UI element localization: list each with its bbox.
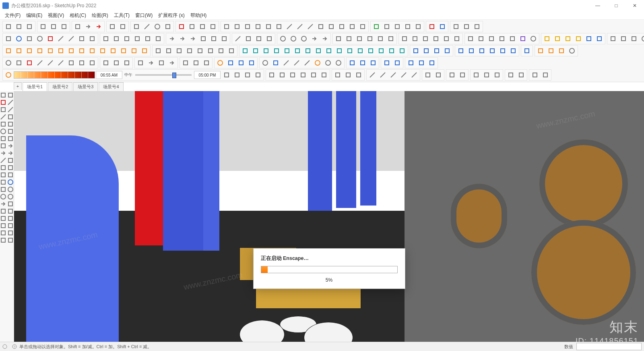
cloud-b-icon[interactable] xyxy=(466,46,476,56)
tool-pan-icon[interactable] xyxy=(0,186,6,193)
vray-h-icon[interactable] xyxy=(314,46,323,56)
tool-sandbox-f-icon[interactable] xyxy=(7,230,14,236)
ext-b-icon[interactable] xyxy=(392,22,402,31)
shadow-month-slider[interactable] xyxy=(14,71,95,79)
person-icon[interactable] xyxy=(260,58,270,68)
arc-b-icon[interactable] xyxy=(295,22,305,31)
gear-r-icon[interactable] xyxy=(567,46,577,56)
rect-t-icon[interactable] xyxy=(66,58,76,68)
dome-icon[interactable] xyxy=(323,58,333,68)
tool-ext-2-icon[interactable] xyxy=(7,237,14,243)
undo-icon[interactable] xyxy=(83,22,93,31)
vr-logo-icon[interactable] xyxy=(522,46,532,56)
cone-icon[interactable] xyxy=(326,22,336,31)
front-icon[interactable] xyxy=(355,34,364,44)
grid-a-icon[interactable] xyxy=(406,58,416,68)
component-red-icon[interactable] xyxy=(177,22,186,31)
right-icon[interactable] xyxy=(365,34,375,44)
view-c-icon[interactable] xyxy=(243,70,252,80)
minimize-button[interactable]: — xyxy=(588,0,607,11)
view-d-icon[interactable] xyxy=(253,70,263,80)
comp-a-icon[interactable] xyxy=(132,34,142,44)
move-t-icon[interactable] xyxy=(146,58,156,68)
label-t-icon[interactable] xyxy=(101,58,111,68)
shadow-time-start[interactable]: 06:55 AM xyxy=(96,71,122,79)
tool-arc2-icon[interactable] xyxy=(0,114,6,120)
blue-a-icon[interactable] xyxy=(584,34,594,44)
iso-icon[interactable] xyxy=(334,34,343,44)
circle-icon[interactable] xyxy=(153,22,162,31)
hide-a-icon[interactable] xyxy=(423,70,433,80)
panel-a-icon[interactable] xyxy=(411,46,421,56)
cloud-t-icon[interactable] xyxy=(427,58,437,68)
shape-e-icon[interactable] xyxy=(274,22,284,31)
cut-icon[interactable] xyxy=(38,22,48,31)
hide-b-icon[interactable] xyxy=(433,70,443,80)
tool-freehand-icon[interactable] xyxy=(0,106,6,113)
tool-pencil-icon[interactable] xyxy=(7,99,14,106)
arc-x-icon[interactable] xyxy=(367,70,377,80)
vr-f-icon[interactable] xyxy=(206,46,215,56)
cam-b-icon[interactable] xyxy=(619,34,628,44)
sun-b-icon[interactable] xyxy=(313,58,322,68)
ext-t3-icon[interactable] xyxy=(202,58,211,68)
arc-w-icon[interactable] xyxy=(399,70,409,80)
shape-d-icon[interactable] xyxy=(264,22,273,31)
prev-view-icon[interactable] xyxy=(310,34,319,44)
scene-tab-2[interactable]: 场景号2 xyxy=(48,82,72,91)
tool-axes-icon[interactable] xyxy=(7,172,14,178)
close-button[interactable]: ✕ xyxy=(625,0,644,11)
tool-move-icon[interactable] xyxy=(7,143,14,149)
cam-a-icon[interactable] xyxy=(608,34,618,44)
ext-t2-icon[interactable] xyxy=(191,58,201,68)
dims-icon[interactable] xyxy=(87,34,97,44)
box-icon[interactable] xyxy=(316,22,326,31)
gear-icon[interactable] xyxy=(528,34,538,44)
cyan-a-icon[interactable] xyxy=(226,58,235,68)
freehand-icon[interactable] xyxy=(163,22,173,31)
ens-a-icon[interactable] xyxy=(25,46,34,56)
shape-b-icon[interactable] xyxy=(243,22,252,31)
circ-t-icon[interactable] xyxy=(77,58,87,68)
dim-a-icon[interactable] xyxy=(530,70,540,80)
menu-h[interactable]: 帮助(H) xyxy=(188,11,209,20)
lamp-a-icon[interactable] xyxy=(447,70,457,80)
image-icon[interactable] xyxy=(222,22,231,31)
tool-rect-icon[interactable] xyxy=(0,121,6,127)
shadow-toggle-icon[interactable] xyxy=(4,70,13,80)
blue-c2-icon[interactable] xyxy=(392,58,402,68)
vr-b-icon[interactable] xyxy=(164,46,173,56)
hidden-icon[interactable] xyxy=(421,34,430,44)
zoom-ext-icon[interactable] xyxy=(278,34,288,44)
tool-zoom-icon[interactable] xyxy=(7,186,14,193)
orbit-blue-icon[interactable] xyxy=(14,34,24,44)
vray-e-icon[interactable] xyxy=(282,46,292,56)
set-a-icon[interactable] xyxy=(343,70,353,80)
scale-icon[interactable] xyxy=(188,34,198,44)
group-b-icon[interactable] xyxy=(111,34,121,44)
cyl-icon[interactable] xyxy=(337,22,347,31)
wire-icon[interactable] xyxy=(410,34,420,44)
sphere-icon[interactable] xyxy=(347,22,357,31)
ens-sync-icon[interactable] xyxy=(14,46,24,56)
tool-position-icon[interactable] xyxy=(7,201,14,207)
sky-icon[interactable] xyxy=(334,58,343,68)
style-a-icon[interactable] xyxy=(466,34,475,44)
menu-e[interactable]: 编辑(E) xyxy=(24,11,45,20)
section-icon[interactable] xyxy=(264,34,274,44)
follow-icon[interactable] xyxy=(209,34,219,44)
select-icon[interactable] xyxy=(4,34,13,44)
scene-tab-1[interactable]: 场景号1 xyxy=(23,82,47,91)
tool-polygon-icon[interactable] xyxy=(7,128,14,135)
offset-icon[interactable] xyxy=(198,34,208,44)
tool-3dtext-icon[interactable] xyxy=(0,172,6,178)
style-3-icon[interactable] xyxy=(288,70,297,80)
ruler-a-icon[interactable] xyxy=(56,34,66,44)
axis-c-icon[interactable] xyxy=(302,58,312,68)
group-icon[interactable] xyxy=(198,22,207,31)
shaded-icon[interactable] xyxy=(431,34,441,44)
model-info-icon[interactable] xyxy=(118,22,128,31)
cloud-e-icon[interactable] xyxy=(498,46,508,56)
tag-c-icon[interactable] xyxy=(368,58,378,68)
ens-d-icon[interactable] xyxy=(56,46,66,56)
